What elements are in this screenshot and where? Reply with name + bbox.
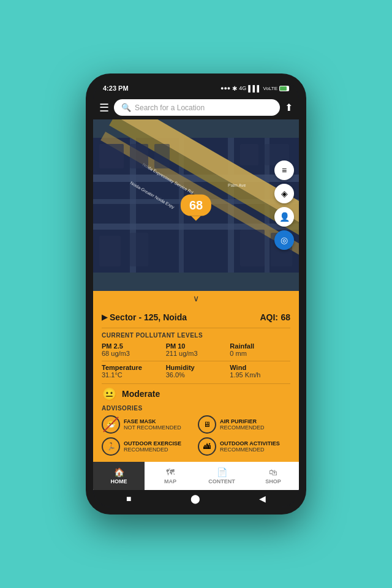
- home-btn[interactable]: ⬤: [190, 494, 200, 503]
- weather-humidity-value: 36.0%: [166, 371, 227, 379]
- aqi-score: 68: [281, 312, 290, 322]
- status-time: 4:23 PM: [103, 85, 129, 92]
- outdoor-activities-icon: 🏙: [198, 437, 216, 456]
- bluetooth-icon: ✱: [232, 85, 237, 92]
- pollutant-pm25: PM 2.5 68 ug/m3: [102, 342, 162, 357]
- advisory-outdoor-activities: 🏙 OUTDOOR ACTIVITIES RECOMMENDED: [198, 437, 290, 456]
- map-location-btn[interactable]: ◎: [274, 230, 294, 250]
- map-area: Noida Expressway Service Rd Noida-Greate…: [93, 119, 299, 291]
- nav-map[interactable]: 🗺 MAP: [145, 462, 196, 490]
- svg-rect-20: [99, 236, 121, 266]
- air-purifier-icon: 🖥: [198, 415, 216, 434]
- location-nav-icon: ▶: [102, 313, 107, 322]
- svg-text:Palm Ave: Palm Ave: [228, 183, 246, 187]
- battery-icon: [279, 86, 289, 91]
- advisories-section: ADVISORIES 😷 FASE MASK NOT RECOMMENDED 🖥…: [102, 405, 290, 456]
- home-icon: 🏠: [114, 467, 124, 477]
- weather-humidity: Humidity 36.0%: [166, 364, 227, 379]
- air-quality-status: Moderate: [122, 389, 160, 399]
- network-icon: 4G: [239, 85, 246, 91]
- outdoor-activities-text: OUTDOOR ACTIVITIES RECOMMENDED: [220, 440, 280, 453]
- outdoor-activities-status: RECOMMENDED: [220, 447, 280, 453]
- pollutant-pm25-value: 68 ug/m3: [102, 350, 162, 357]
- pollutant-section-title: CURRENT POLLUTANT LEVELS: [102, 332, 290, 339]
- signal-icon: ●●●: [221, 85, 230, 91]
- shop-icon: 🛍: [269, 467, 277, 477]
- nav-content[interactable]: 📄 CONTENT: [196, 462, 247, 490]
- air-purifier-text: AIR PURIFIER RECOMMENDED: [220, 418, 265, 431]
- signal-bars: ▌▌▌: [248, 85, 261, 92]
- outdoor-exercise-text: OUTDOOR EXERCISE RECOMMENDED: [124, 440, 181, 453]
- pollutant-rainfall: Rainfall 0 mm: [230, 342, 290, 357]
- divider-3: [102, 383, 290, 384]
- chevron-down-icon: ∨: [193, 293, 199, 303]
- recent-apps-btn[interactable]: ■: [126, 494, 131, 503]
- location-row: ▶ Sector - 125, Noida AQI: 68: [102, 312, 290, 323]
- face-mask-icon: 😷: [102, 415, 120, 434]
- weather-temp: Temperature 31.1°C: [102, 364, 162, 379]
- divider-1: [102, 328, 290, 328]
- back-btn[interactable]: ◀: [259, 494, 266, 503]
- advisory-air-purifier: 🖥 AIR PURIFIER RECOMMENDED: [198, 415, 290, 434]
- svg-rect-21: [130, 233, 148, 266]
- nav-home[interactable]: 🏠 HOME: [93, 462, 145, 490]
- aqi-label-text: AQI:: [260, 312, 278, 322]
- weather-humidity-name: Humidity: [166, 364, 227, 371]
- home-label: HOME: [111, 478, 127, 484]
- air-purifier-status: RECOMMENDED: [220, 424, 265, 431]
- face-mask-name: FASE MASK: [124, 418, 181, 424]
- svg-rect-22: [240, 230, 265, 266]
- pollutant-grid: PM 2.5 68 ug/m3 PM 10 211 ug/m3 Rainfall…: [102, 342, 290, 357]
- content-icon: 📄: [217, 467, 227, 477]
- weather-wind: Wind 1.95 Km/h: [230, 364, 290, 379]
- outdoor-exercise-status: RECOMMENDED: [124, 447, 181, 453]
- outdoor-exercise-name: OUTDOOR EXERCISE: [124, 440, 181, 447]
- search-bar-area: ☰ 🔍 Search for a Location ⬆: [93, 96, 299, 119]
- search-placeholder: Search for a Location: [135, 104, 205, 112]
- phone-frame: 4:23 PM ●●● ✱ 4G ▌▌▌ VoLTE ☰ 🔍 Search fo…: [86, 74, 306, 514]
- status-bar: 4:23 PM ●●● ✱ 4G ▌▌▌ VoLTE: [93, 81, 299, 96]
- status-icons: ●●● ✱ 4G ▌▌▌ VoLTE: [221, 85, 289, 92]
- pollutant-rainfall-name: Rainfall: [230, 342, 290, 350]
- air-purifier-name: AIR PURIFIER: [220, 418, 265, 424]
- svg-rect-18: [240, 144, 258, 165]
- bottom-nav: 🏠 HOME 🗺 MAP 📄 CONTENT 🛍 SHOP: [93, 462, 299, 490]
- advisory-outdoor-exercise: 🏃 OUTDOOR EXERCISE RECOMMENDED: [102, 437, 194, 456]
- advisories-grid: 😷 FASE MASK NOT RECOMMENDED 🖥 AIR PURIFI…: [102, 415, 290, 456]
- collapse-handle[interactable]: ∨: [93, 291, 299, 306]
- map-label: MAP: [164, 478, 176, 484]
- nav-shop[interactable]: 🛍 SHOP: [247, 462, 299, 490]
- battery-fill: [280, 86, 287, 91]
- map-controls: ≡ ◈ 👤 ◎: [274, 160, 294, 250]
- air-quality-row: 😐 Moderate: [102, 386, 290, 401]
- volte-icon: VoLTE: [263, 86, 277, 91]
- svg-rect-17: [154, 144, 170, 168]
- map-user-btn[interactable]: 👤: [274, 207, 294, 227]
- pollutant-rainfall-value: 0 mm: [230, 350, 290, 357]
- advisory-face-mask: 😷 FASE MASK NOT RECOMMENDED: [102, 415, 194, 434]
- map-layers-btn[interactable]: ◈: [274, 184, 294, 203]
- map-list-btn[interactable]: ≡: [274, 160, 294, 180]
- menu-icon[interactable]: ☰: [99, 101, 109, 115]
- svg-rect-15: [99, 144, 124, 168]
- divider-2: [102, 361, 290, 361]
- map-icon: 🗺: [166, 467, 175, 477]
- weather-wind-name: Wind: [230, 364, 290, 371]
- aqi-bubble: 68: [181, 195, 211, 216]
- aqi-bubble-value: 68: [181, 195, 211, 216]
- weather-wind-value: 1.95 Km/h: [230, 371, 290, 379]
- outdoor-exercise-icon: 🏃: [102, 437, 120, 456]
- search-icon: 🔍: [121, 103, 131, 112]
- air-quality-face-icon: 😐: [102, 386, 117, 401]
- pollutant-pm10-value: 211 ug/m3: [166, 350, 227, 357]
- pollutant-pm25-name: PM 2.5: [102, 342, 162, 350]
- search-box[interactable]: 🔍 Search for a Location: [114, 99, 280, 116]
- share-icon[interactable]: ⬆: [285, 102, 293, 113]
- aqi-display: AQI: 68: [260, 312, 290, 323]
- outdoor-activities-name: OUTDOOR ACTIVITIES: [220, 440, 280, 447]
- phone-screen: 4:23 PM ●●● ✱ 4G ▌▌▌ VoLTE ☰ 🔍 Search fo…: [93, 81, 299, 507]
- weather-grid: Temperature 31.1°C Humidity 36.0% Wind 1…: [102, 364, 290, 379]
- weather-temp-value: 31.1°C: [102, 371, 162, 379]
- content-label: CONTENT: [208, 478, 235, 484]
- location-name: ▶ Sector - 125, Noida: [102, 312, 187, 322]
